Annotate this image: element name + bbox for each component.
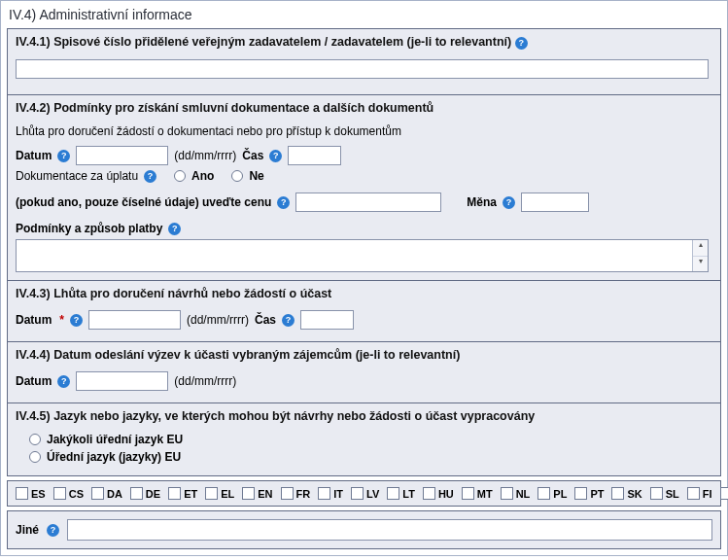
lang-cell-es: ES [12, 485, 50, 502]
section-iv4: IV.4) Administrativní informace IV.4.1) … [0, 0, 728, 556]
lang-cell-et: ET [164, 485, 201, 502]
lang-cell-de: DE [126, 485, 164, 502]
lang-any-radio[interactable] [29, 434, 41, 445]
lang-checkbox-it[interactable] [318, 487, 330, 500]
scroll-down-icon[interactable]: ▾ [693, 257, 708, 272]
lang-checkbox-pl[interactable] [537, 487, 550, 500]
iv44-date-input[interactable] [76, 371, 168, 391]
lang-checkbox-et[interactable] [168, 487, 181, 500]
date-format: (dd/mm/rrrr) [174, 149, 236, 162]
scrollbar[interactable]: ▴ ▾ [692, 240, 708, 271]
scroll-up-icon[interactable]: ▴ [693, 240, 708, 257]
lang-checkbox-mt[interactable] [462, 487, 474, 500]
iv-4-2-title: IV.4.2) Podmínky pro získání smluvní dok… [8, 95, 720, 119]
date-label: Datum [16, 313, 52, 327]
lang-checkbox-en[interactable] [242, 487, 255, 500]
help-icon[interactable]: ? [515, 37, 528, 50]
other-row: Jiné ? [7, 510, 721, 549]
iv-4-5-title: IV.4.5) Jazyk nebo jazyky, ve kterých mo… [8, 403, 720, 427]
lang-checkbox-hu[interactable] [423, 487, 435, 500]
help-icon[interactable]: ? [70, 314, 83, 327]
help-icon[interactable]: ? [57, 375, 70, 388]
lang-code-label: LT [402, 488, 415, 500]
lang-cell-mt: MT [458, 485, 497, 502]
lang-code-label: SL [666, 488, 679, 500]
iv-4-4-title: IV.4.4) Datum odeslání výzev k účasti vy… [8, 342, 720, 366]
lang-code-label: LV [366, 488, 379, 500]
lang-checkbox-de[interactable] [130, 487, 143, 500]
lang-official-radio[interactable] [29, 451, 41, 463]
lang-any-label: Jakýkoli úřední jazyk EU [47, 433, 183, 446]
lang-code-label: FR [296, 488, 311, 500]
iv43-time-input[interactable] [300, 310, 354, 330]
lang-cell-lv: LV [347, 485, 383, 502]
date-format: (dd/mm/rrrr) [187, 313, 249, 327]
lang-cell-nl: NL [497, 485, 535, 502]
lang-cell-da: DA [87, 485, 126, 502]
payment-terms-textarea[interactable]: ▴ ▾ [16, 239, 709, 272]
iv43-date-input[interactable] [88, 310, 181, 330]
lang-code-label: DE [146, 488, 160, 500]
lang-code-label: SK [627, 488, 641, 500]
subsection-iv-4-2: IV.4.2) Podmínky pro získání smluvní dok… [8, 94, 720, 280]
lang-cell-cs: CS [50, 485, 87, 502]
lang-checkbox-es[interactable] [16, 487, 28, 500]
lang-checkbox-da[interactable] [91, 487, 104, 500]
lang-checkbox-sk[interactable] [611, 487, 624, 500]
required-asterisk: * [59, 313, 64, 327]
help-icon[interactable]: ? [269, 150, 282, 162]
currency-label: Měna [467, 195, 497, 209]
lang-cell-fr: FR [277, 485, 315, 502]
help-icon[interactable]: ? [57, 150, 70, 162]
paid-no-radio[interactable] [231, 170, 243, 182]
help-icon[interactable]: ? [282, 314, 295, 327]
lang-cell-it: IT [314, 485, 347, 502]
date-label: Datum [16, 149, 52, 162]
lang-checkbox-sl[interactable] [650, 487, 663, 500]
lang-code-label: MT [477, 488, 493, 500]
lang-code-label: PL [553, 488, 567, 500]
paid-yes-radio[interactable] [174, 170, 186, 182]
price-input[interactable] [295, 192, 441, 212]
lang-checkbox-el[interactable] [205, 487, 218, 500]
yes-label: Ano [191, 169, 214, 183]
help-icon[interactable]: ? [47, 524, 59, 537]
currency-input[interactable] [521, 192, 589, 212]
lang-code-label: PT [590, 488, 604, 500]
lang-code-label: CS [69, 488, 84, 500]
lang-cell-hu: HU [419, 485, 458, 502]
section-title: IV.4) Administrativní informace [1, 1, 727, 28]
paid-docs-label: Dokumentace za úplatu [16, 169, 138, 183]
subsection-iv-4-1: IV.4.1) Spisové číslo přidělené veřejným… [8, 29, 720, 94]
file-number-input[interactable] [16, 59, 709, 79]
lang-checkbox-sv[interactable] [720, 487, 728, 500]
date-label: Datum [16, 374, 52, 388]
lang-code-label: ES [31, 488, 46, 500]
lang-code-label: DA [107, 488, 122, 500]
lang-checkbox-fi[interactable] [687, 487, 700, 500]
help-icon[interactable]: ? [277, 196, 290, 209]
lang-code-label: IT [333, 488, 343, 500]
lang-official-label: Úřední jazyk (jazyky) EU [47, 450, 181, 464]
lang-checkbox-fr[interactable] [281, 487, 294, 500]
lang-cell-sk: SK [607, 485, 645, 502]
lang-checkbox-pt[interactable] [574, 487, 587, 500]
lang-checkbox-nl[interactable] [501, 487, 513, 500]
iv42-date-input[interactable] [76, 146, 168, 165]
other-language-input[interactable] [67, 519, 712, 541]
subsection-iv-4-4: IV.4.4) Datum odeslání výzev k účasti vy… [8, 341, 720, 402]
help-icon[interactable]: ? [144, 170, 156, 183]
iv42-time-input[interactable] [288, 146, 341, 165]
lang-cell-el: EL [201, 485, 238, 502]
lang-checkbox-lv[interactable] [351, 487, 364, 500]
lang-checkbox-cs[interactable] [53, 487, 66, 500]
price-label: (pokud ano, pouze číselné údaje) uveďte … [16, 195, 271, 209]
payment-terms-label: Podmínky a způsob platby [16, 222, 162, 235]
help-icon[interactable]: ? [168, 223, 181, 235]
lang-code-label: EL [221, 488, 234, 500]
subsection-iv-4-5: IV.4.5) Jazyk nebo jazyky, ve kterých mo… [8, 402, 720, 475]
lang-code-label: HU [438, 488, 454, 500]
help-icon[interactable]: ? [503, 196, 515, 209]
lang-checkbox-lt[interactable] [387, 487, 399, 500]
lang-code-label: ET [184, 488, 197, 500]
